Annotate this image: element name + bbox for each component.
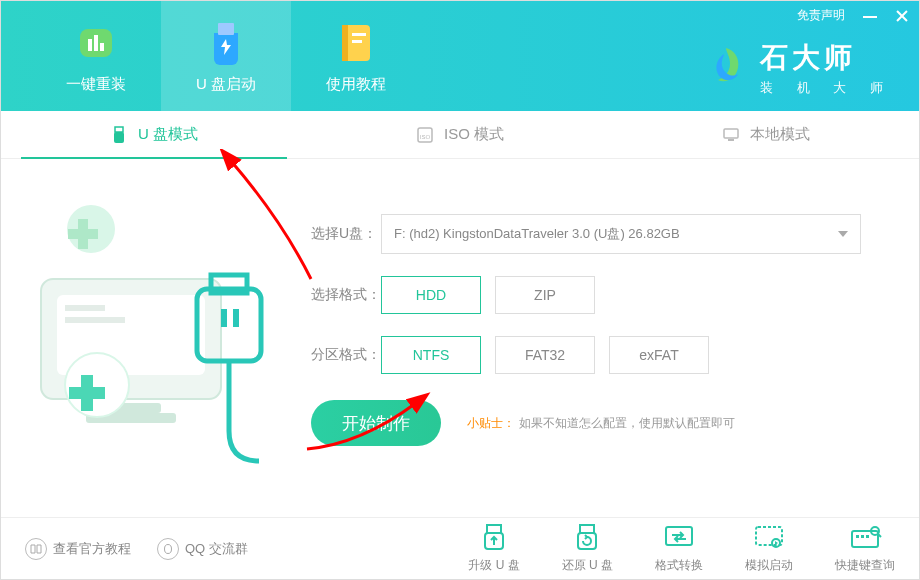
svg-rect-10: [114, 132, 124, 143]
local-mode-icon: [722, 126, 740, 144]
brand-text: 石大师 装 机 大 师: [760, 39, 893, 97]
tip-text-block: 小贴士：如果不知道怎么配置，使用默认配置即可: [467, 415, 735, 432]
official-tutorial-label: 查看官方教程: [53, 540, 131, 558]
header-bar: 一键重装 U 盘启动 使用教程 免责声明 石大师 装 机 大 师: [1, 1, 919, 111]
svg-rect-6: [342, 25, 348, 61]
titlebar-right: 免责声明: [797, 7, 909, 24]
svg-rect-3: [100, 43, 104, 51]
tab-usb-boot-label: U 盘启动: [196, 75, 256, 94]
partition-label: 分区格式：: [311, 346, 381, 364]
select-disk-value: F: (hd2) KingstonDataTraveler 3.0 (U盘) 2…: [394, 225, 680, 243]
row-select-disk: 选择U盘： F: (hd2) KingstonDataTraveler 3.0 …: [311, 214, 889, 254]
partition-option-ntfs[interactable]: NTFS: [381, 336, 481, 374]
close-button[interactable]: [895, 9, 909, 23]
mode-iso[interactable]: ISO ISO 模式: [307, 111, 613, 158]
partition-option-exfat[interactable]: exFAT: [609, 336, 709, 374]
mode-local-label: 本地模式: [750, 125, 810, 144]
convert-icon: [662, 523, 696, 553]
svg-text:ISO: ISO: [420, 134, 431, 140]
tab-tutorial-label: 使用教程: [326, 75, 386, 94]
svg-rect-4: [218, 23, 234, 35]
form-area: 选择U盘： F: (hd2) KingstonDataTraveler 3.0 …: [311, 214, 889, 446]
svg-rect-33: [756, 527, 782, 545]
tip-label: 小贴士：: [467, 416, 515, 430]
mode-usb-label: U 盘模式: [138, 125, 198, 144]
official-tutorial-link[interactable]: 查看官方教程: [25, 538, 131, 560]
usb-boot-icon: [204, 19, 248, 67]
tip-body: 如果不知道怎么配置，使用默认配置即可: [519, 416, 735, 430]
brand-subtitle: 装 机 大 师: [760, 79, 893, 97]
mode-iso-label: ISO 模式: [444, 125, 504, 144]
svg-rect-35: [852, 531, 878, 547]
brand-logo-icon: [704, 44, 748, 92]
svg-point-27: [165, 544, 172, 553]
tool-hotkey-query[interactable]: 快捷键查询: [835, 523, 895, 574]
svg-rect-9: [115, 127, 123, 132]
illustration: [21, 189, 281, 449]
partition-options: NTFS FAT32 exFAT: [381, 336, 709, 374]
tool-upgrade-label: 升级 U 盘: [468, 557, 519, 574]
svg-rect-25: [221, 309, 227, 327]
tool-restore-label: 还原 U 盘: [562, 557, 613, 574]
main-tabs: 一键重装 U 盘启动 使用教程: [31, 1, 421, 111]
tool-restore-usb[interactable]: 还原 U 盘: [562, 523, 613, 574]
qq-icon: [157, 538, 179, 560]
svg-rect-14: [728, 139, 734, 141]
tutorial-icon: [334, 19, 378, 67]
svg-rect-19: [65, 317, 125, 323]
tool-format-convert[interactable]: 格式转换: [655, 523, 703, 574]
qq-group-link[interactable]: QQ 交流群: [157, 538, 248, 560]
row-format: 选择格式： HDD ZIP: [311, 276, 889, 314]
action-row: 开始制作 小贴士：如果不知道怎么配置，使用默认配置即可: [311, 400, 889, 446]
format-options: HDD ZIP: [381, 276, 595, 314]
svg-rect-30: [580, 525, 594, 533]
footer: 查看官方教程 QQ 交流群 升级 U 盘 还原 U 盘 格式转换 模拟启动 快: [1, 517, 919, 579]
row-partition: 分区格式： NTFS FAT32 exFAT: [311, 336, 889, 374]
svg-rect-31: [578, 533, 596, 549]
tool-simulate-boot[interactable]: 模拟启动: [745, 523, 793, 574]
minimize-button[interactable]: [863, 9, 877, 23]
svg-rect-2: [94, 35, 98, 51]
footer-tools: 升级 U 盘 还原 U 盘 格式转换 模拟启动 快捷键查询: [468, 523, 895, 574]
start-make-button[interactable]: 开始制作: [311, 400, 441, 446]
select-disk-dropdown[interactable]: F: (hd2) KingstonDataTraveler 3.0 (U盘) 2…: [381, 214, 861, 254]
mode-usb[interactable]: U 盘模式: [1, 111, 307, 158]
svg-rect-13: [724, 129, 738, 138]
tool-hotkey-label: 快捷键查询: [835, 557, 895, 574]
tool-upgrade-usb[interactable]: 升级 U 盘: [468, 523, 519, 574]
usb-mode-icon: [110, 126, 128, 144]
tab-reinstall-label: 一键重装: [66, 75, 126, 94]
partition-option-fat32[interactable]: FAT32: [495, 336, 595, 374]
mode-local[interactable]: 本地模式: [613, 111, 919, 158]
format-option-hdd[interactable]: HDD: [381, 276, 481, 314]
mode-bar: U 盘模式 ISO ISO 模式 本地模式: [1, 111, 919, 159]
format-option-zip[interactable]: ZIP: [495, 276, 595, 314]
hotkey-icon: [848, 523, 882, 553]
tab-usb-boot[interactable]: U 盘启动: [161, 1, 291, 111]
svg-rect-7: [352, 33, 366, 36]
iso-mode-icon: ISO: [416, 126, 434, 144]
tab-tutorial[interactable]: 使用教程: [291, 1, 421, 111]
chevron-down-icon: [838, 231, 848, 237]
svg-rect-26: [233, 309, 239, 327]
svg-rect-1: [88, 39, 92, 51]
brand-title: 石大师: [760, 39, 893, 77]
svg-rect-8: [352, 40, 362, 43]
svg-rect-18: [65, 305, 105, 311]
svg-rect-37: [861, 535, 864, 538]
footer-left: 查看官方教程 QQ 交流群: [25, 538, 248, 560]
svg-rect-28: [487, 525, 501, 533]
tab-reinstall[interactable]: 一键重装: [31, 1, 161, 111]
svg-point-22: [65, 353, 129, 417]
restore-usb-icon: [570, 523, 604, 553]
select-disk-label: 选择U盘：: [311, 225, 381, 243]
tool-convert-label: 格式转换: [655, 557, 703, 574]
svg-rect-38: [866, 535, 869, 538]
disclaimer-link[interactable]: 免责声明: [797, 7, 845, 24]
qq-group-label: QQ 交流群: [185, 540, 248, 558]
svg-rect-36: [856, 535, 859, 538]
upgrade-usb-icon: [477, 523, 511, 553]
body: 选择U盘： F: (hd2) KingstonDataTraveler 3.0 …: [1, 159, 919, 519]
format-label: 选择格式：: [311, 286, 381, 304]
tool-simulate-label: 模拟启动: [745, 557, 793, 574]
